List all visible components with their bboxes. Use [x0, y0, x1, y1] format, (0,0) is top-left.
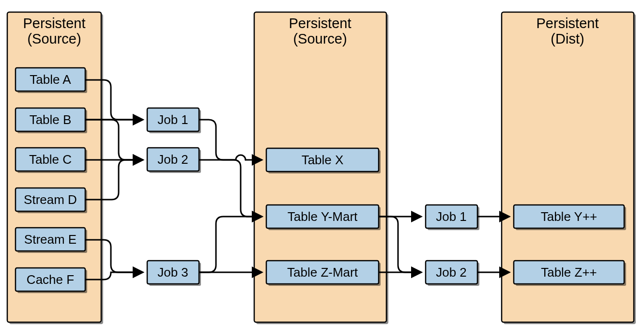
node-cache-f: Cache F: [15, 268, 87, 293]
svg-text:Table B: Table B: [30, 112, 72, 127]
svg-text:Table Z++: Table Z++: [541, 265, 597, 280]
node-table-ypp: Table Y++: [514, 205, 626, 230]
node-table-b: Table B: [15, 108, 87, 133]
node-stream-e: Stream E: [15, 228, 87, 253]
container-subtitle: (Dist): [551, 31, 584, 47]
node-table-c: Table C: [15, 148, 87, 173]
node-stream-d: Stream D: [15, 188, 87, 213]
node-table-a: Table A: [15, 68, 87, 93]
container-subtitle: (Source): [293, 31, 347, 47]
node-job-1b: Job 1: [426, 205, 479, 230]
node-job-1a: Job 1: [147, 108, 201, 133]
svg-text:Cache F: Cache F: [27, 272, 74, 287]
svg-text:Table Y++: Table Y++: [541, 209, 598, 224]
node-table-z-mart: Table Z-Mart: [266, 261, 381, 286]
node-table-y-mart: Table Y-Mart: [266, 205, 381, 230]
svg-text:Job 1: Job 1: [436, 209, 467, 224]
container-subtitle: (Source): [27, 31, 81, 47]
node-job-2a: Job 2: [147, 148, 201, 173]
container-title: Persistent: [289, 16, 352, 31]
svg-text:Stream D: Stream D: [24, 192, 77, 207]
node-table-zpp: Table Z++: [514, 261, 626, 286]
container-title: Persistent: [23, 16, 86, 31]
svg-text:Table X: Table X: [302, 153, 344, 167]
pipeline-diagram: Persistent (Source) Persistent (Source) …: [0, 0, 644, 328]
container-title: Persistent: [537, 16, 599, 31]
svg-text:Stream E: Stream E: [24, 232, 77, 247]
node-job-2b: Job 2: [426, 261, 479, 286]
node-job-3a: Job 3: [147, 261, 201, 286]
svg-text:Job 1: Job 1: [157, 112, 188, 127]
svg-text:Job 3: Job 3: [157, 265, 188, 280]
svg-text:Job 2: Job 2: [157, 152, 188, 167]
svg-text:Table A: Table A: [30, 72, 71, 87]
svg-text:Table C: Table C: [29, 152, 72, 167]
svg-text:Table Y-Mart: Table Y-Mart: [288, 209, 358, 224]
node-table-x: Table X: [266, 148, 381, 173]
svg-text:Job 2: Job 2: [436, 265, 467, 280]
svg-text:Table Z-Mart: Table Z-Mart: [287, 265, 358, 280]
